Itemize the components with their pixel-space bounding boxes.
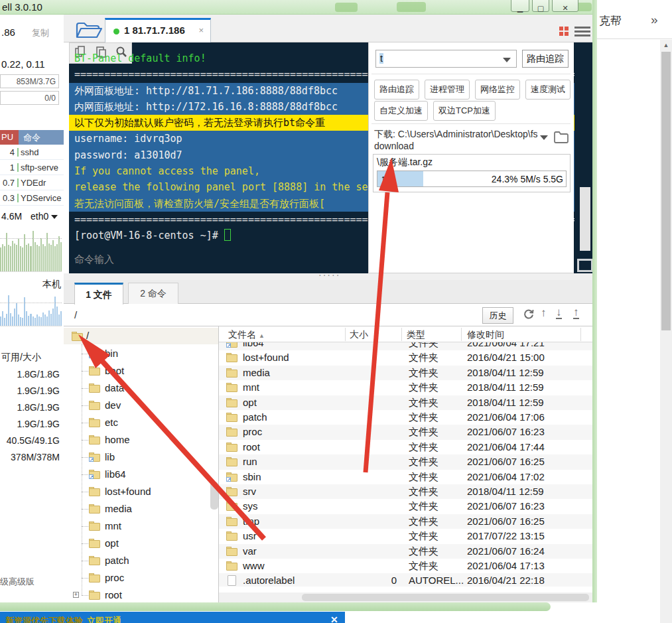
- open-folder-icon[interactable]: [553, 130, 569, 146]
- minimize-button[interactable]: ▁: [511, 0, 529, 12]
- process-row[interactable]: 1sftp-serve: [0, 160, 64, 175]
- table-row-srv[interactable]: srv文件夹2018/04/11 12:59: [219, 484, 592, 499]
- file-table: 文件名 ▲ 大小 类型 修改时间 ↗lib64文件夹2021/06/04 17:…: [219, 326, 592, 602]
- session-tab[interactable]: 1 81.71.7.186 ×: [105, 18, 211, 42]
- table-row-opt[interactable]: opt文件夹2018/04/11 12:59: [219, 395, 592, 410]
- process-row[interactable]: 4sshd: [0, 145, 64, 160]
- tree-item-opt[interactable]: opt: [64, 535, 218, 552]
- table-row-sys[interactable]: sys文件夹2021/06/07 16:23: [219, 499, 592, 514]
- maximize-button[interactable]: ▢: [532, 0, 549, 12]
- banner-close-icon[interactable]: ✕: [330, 614, 338, 623]
- monitor-sidebar: .86 复制 0.22, 0.11 853M/3.7G 0/0 PU 命令 4s…: [0, 15, 64, 602]
- trace-target-combobox[interactable]: t: [375, 50, 517, 68]
- traceroute-go-button[interactable]: 路由追踪: [522, 50, 569, 68]
- tree-item-home[interactable]: home: [64, 431, 218, 449]
- parent-directory-icon[interactable]: ↑: [541, 307, 547, 320]
- utility-panel: t 路由追踪 路由追踪进程管理网络监控速度测试 自定义加速双边TCP加速 下载:…: [368, 42, 574, 273]
- tree-item-lib64[interactable]: ↗lib64: [64, 466, 218, 483]
- table-row-var[interactable]: var文件夹2021/06/07 16:24: [219, 544, 592, 559]
- tree-item-boot[interactable]: boot: [64, 362, 218, 380]
- tree-item-patch[interactable]: patch: [64, 552, 218, 569]
- tab-close-icon[interactable]: ×: [198, 25, 204, 35]
- overflow-chevron-icon[interactable]: »: [651, 13, 658, 27]
- banner-activate-link[interactable]: 立即开通: [87, 616, 121, 623]
- folder-icon: [226, 531, 237, 541]
- memory-meter: 853M/3.7G: [0, 74, 59, 88]
- quick-button[interactable]: 路由追踪: [374, 80, 419, 100]
- quick-button[interactable]: 进程管理: [425, 80, 470, 100]
- tree-item-mnt[interactable]: mnt: [64, 518, 218, 535]
- scroll-up-icon[interactable]: ▲: [660, 40, 672, 51]
- tree-item-data[interactable]: data: [64, 380, 218, 397]
- terminal-scrollbar-thumb[interactable]: [580, 187, 590, 251]
- chevron-down-icon[interactable]: [503, 58, 511, 62]
- tree-item-etc[interactable]: etc: [64, 414, 218, 431]
- terminal-expand-icon[interactable]: [577, 259, 592, 272]
- quick-button[interactable]: 速度测试: [525, 80, 571, 100]
- command-input[interactable]: 命令输入: [74, 253, 114, 266]
- folder-icon: [226, 487, 237, 496]
- history-button[interactable]: 历史: [482, 307, 513, 324]
- tab-commands[interactable]: 2 命令: [128, 283, 178, 305]
- process-table-header: PU 命令: [0, 130, 64, 145]
- table-row-lib64[interactable]: ↗lib64文件夹2021/06/04 17:21: [219, 342, 592, 350]
- column-name[interactable]: 文件名 ▲: [228, 329, 265, 341]
- connection-manager-folder-icon[interactable]: [74, 20, 103, 41]
- quick-button[interactable]: 自定义加速: [374, 101, 428, 121]
- column-size[interactable]: 大小: [350, 329, 368, 341]
- command-column-header[interactable]: 命令: [19, 130, 64, 145]
- page-scrollbar-thumb[interactable]: [661, 52, 671, 330]
- tree-item-dev[interactable]: dev: [64, 397, 218, 414]
- close-button[interactable]: ✕: [552, 0, 578, 12]
- download-stats: 24.3% 5M/s 5.5G: [492, 174, 563, 184]
- table-row-proc[interactable]: proc文件夹2021/06/07 16:23: [219, 425, 592, 439]
- table-row-media[interactable]: media文件夹2018/04/11 12:59: [219, 366, 592, 380]
- chart-gridline: [0, 238, 62, 239]
- copy-ip-button[interactable]: 复制: [32, 27, 49, 39]
- tree-scrollbar-thumb[interactable]: [210, 482, 218, 510]
- hamburger-menu-icon[interactable]: [574, 27, 590, 37]
- layout-grid-icon[interactable]: [559, 27, 570, 37]
- tree-item-root[interactable]: /: [64, 328, 218, 344]
- table-row-patch[interactable]: patch文件夹2021/06/04 17:06: [219, 410, 592, 425]
- download-task[interactable]: \服务端.tar.gz ↑ 24.3% 5M/s 5.5G: [373, 154, 571, 192]
- interface-selector[interactable]: eth0: [31, 211, 58, 222]
- table-row-run[interactable]: run文件夹2021/06/07 16:25: [219, 454, 592, 469]
- refresh-icon[interactable]: [523, 308, 535, 323]
- tree-item-lib[interactable]: ↗lib: [64, 449, 218, 466]
- upload-icon[interactable]: ↑: [573, 307, 579, 319]
- tree-item-bin[interactable]: ↗bin: [64, 345, 218, 362]
- table-row-usr[interactable]: usr文件夹2017/07/22 13:15: [219, 529, 592, 543]
- process-row[interactable]: 0.3YDService: [0, 190, 64, 206]
- folder-icon: [226, 413, 237, 422]
- tree-item-media[interactable]: media: [64, 500, 218, 518]
- table-row-mnt[interactable]: mnt文件夹2018/04/11 12:59: [219, 380, 592, 395]
- quick-button[interactable]: 网络监控: [475, 80, 520, 100]
- tree-item-lost+found[interactable]: lost+found: [64, 483, 218, 500]
- table-hscrollbar-thumb[interactable]: [302, 594, 589, 601]
- cpu-column-header[interactable]: PU: [0, 130, 19, 145]
- tree-item-proc[interactable]: proc: [64, 569, 218, 587]
- column-type[interactable]: 类型: [407, 329, 425, 341]
- window-border-right: [592, 0, 597, 602]
- tree-item-root[interactable]: +root: [64, 587, 218, 602]
- download-icon[interactable]: ↓: [556, 307, 562, 319]
- table-row-root[interactable]: root文件夹2021/06/04 17:44: [219, 440, 592, 454]
- process-row[interactable]: 0.7YDEdr: [0, 175, 64, 190]
- table-row-lost+found[interactable]: lost+found文件夹2016/04/21 15:00: [219, 350, 592, 365]
- table-row-www[interactable]: www文件夹2021/06/04 17:13: [219, 559, 592, 573]
- network-speed: 4.6M: [1, 211, 22, 222]
- expander-icon[interactable]: +: [73, 592, 79, 598]
- quick-button[interactable]: 双边TCP加速: [433, 101, 496, 121]
- column-mtime[interactable]: 修改时间: [467, 329, 504, 341]
- table-row-.autorelabel[interactable]: .autorelabel0AUTOREL...2016/04/21 22:18: [219, 573, 592, 587]
- table-row-tmp[interactable]: tmp文件夹2021/06/07 16:25: [219, 514, 592, 529]
- current-path[interactable]: /: [74, 309, 77, 320]
- local-machine-label[interactable]: 本机: [0, 279, 61, 291]
- tab-files[interactable]: 1 文件: [74, 283, 123, 305]
- table-row-sbin[interactable]: ↗sbin文件夹2021/06/04 17:02: [219, 470, 592, 484]
- window-titlebar[interactable]: [0, 0, 597, 15]
- chevron-down-icon[interactable]: [540, 135, 548, 140]
- splitter-dots[interactable]: ·····: [318, 269, 340, 280]
- upgrade-link[interactable]: 级高级版: [0, 576, 34, 588]
